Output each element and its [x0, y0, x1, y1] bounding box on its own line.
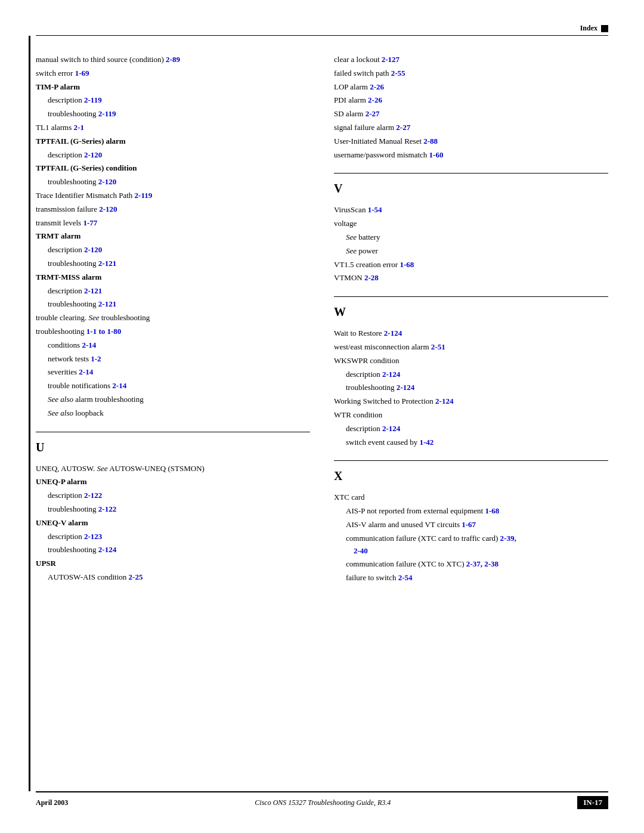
link[interactable]: 2-26	[370, 82, 384, 91]
link[interactable]: 2-121	[84, 286, 102, 295]
list-item: signal failure alarm 2-27	[334, 122, 608, 134]
list-item: description 2-124	[334, 368, 608, 381]
link[interactable]: 2-119	[98, 109, 116, 118]
link[interactable]: 2-27	[366, 109, 380, 118]
list-item: TRMT-MISS alarm	[36, 271, 310, 284]
right-column: clear a lockout 2-127 failed switch path…	[334, 54, 608, 586]
list-item: troubleshooting 2-121	[36, 298, 310, 311]
link[interactable]: 2-124	[98, 545, 116, 554]
link[interactable]: 2-120	[99, 205, 117, 213]
header-right: Index	[580, 24, 608, 33]
list-item: transmission failure 2-120	[36, 203, 310, 216]
link[interactable]: 2-26	[368, 95, 382, 104]
link[interactable]: 2-122	[98, 504, 116, 513]
list-item: VT1.5 creation error 1-68	[334, 259, 608, 271]
list-item: TL1 alarms 2-1	[36, 122, 310, 134]
main-content: manual switch to third source (condition…	[36, 54, 608, 586]
list-item: UNEQ-V alarm	[36, 517, 310, 529]
left-column: manual switch to third source (condition…	[36, 54, 310, 586]
link[interactable]: 1-77	[83, 218, 97, 227]
list-item: UNEQ, AUTOSW. See AUTOSW-UNEQ (STSMON)	[36, 463, 310, 475]
section-divider-w	[334, 296, 608, 297]
link[interactable]: 1-2	[91, 354, 101, 363]
link[interactable]: 2-123	[84, 532, 102, 541]
link[interactable]: 2-54	[398, 573, 413, 582]
list-item: See power	[334, 245, 608, 258]
link[interactable]: 2-124	[397, 383, 414, 392]
list-item: PDI alarm 2-26	[334, 94, 608, 107]
link[interactable]: 2-14	[79, 367, 93, 376]
link[interactable]: 1-67	[462, 520, 476, 529]
link[interactable]: 2-40	[354, 546, 368, 555]
link[interactable]: 1-68	[485, 506, 499, 515]
list-item: trouble notifications 2-14	[36, 380, 310, 392]
list-item: description 2-121	[36, 285, 310, 298]
list-item: trouble clearing. See troubleshooting	[36, 312, 310, 324]
left-margin-bar	[29, 36, 30, 791]
link[interactable]: 1-68	[400, 260, 414, 269]
link[interactable]: 2-37, 2-38	[466, 559, 499, 568]
list-item: troubleshooting 2-121	[36, 258, 310, 270]
link[interactable]: 2-120	[84, 245, 102, 254]
list-item: LOP alarm 2-26	[334, 81, 608, 94]
list-item: description 2-123	[36, 531, 310, 543]
section-x-letter: X	[334, 469, 608, 483]
link[interactable]: 2-119	[84, 95, 102, 104]
list-item: troubleshooting 2-120	[36, 176, 310, 188]
link[interactable]: 1-54	[368, 205, 382, 214]
link[interactable]: 2-39,	[500, 534, 516, 543]
link[interactable]: 1-42	[419, 438, 434, 447]
link[interactable]: 2-120	[98, 177, 116, 186]
list-item: clear a lockout 2-127	[334, 54, 608, 66]
page-number: IN-17	[577, 796, 608, 809]
link[interactable]: 2-88	[423, 137, 438, 145]
list-item: SD alarm 2-27	[334, 108, 608, 120]
list-item: VTMON 2-28	[334, 272, 608, 284]
section-divider	[36, 432, 310, 432]
link[interactable]: 2-120	[84, 150, 102, 159]
footer-title: Cisco ONS 15327 Troubleshooting Guide, R…	[255, 798, 391, 807]
list-item: WKSWPR condition	[334, 355, 608, 367]
list-item: See battery	[334, 231, 608, 244]
link[interactable]: 2-121	[98, 299, 116, 308]
link[interactable]: 1-60	[429, 150, 444, 159]
list-item: description 2-120	[36, 149, 310, 162]
list-item: communication failure (XTC card to traff…	[334, 532, 608, 558]
link[interactable]: 2-1	[74, 123, 84, 132]
list-item: communication failure (XTC to XTC) 2-37,…	[334, 558, 608, 571]
link[interactable]: 2-51	[431, 342, 445, 351]
list-item: UNEQ-P alarm	[36, 476, 310, 488]
link[interactable]: 2-122	[84, 491, 102, 500]
section-divider-v	[334, 173, 608, 174]
link[interactable]: 2-55	[391, 69, 405, 78]
link[interactable]: 2-14	[112, 381, 126, 390]
link[interactable]: 2-124	[382, 370, 400, 379]
link[interactable]: 1-1 to 1-80	[86, 327, 122, 336]
section-u-letter: U	[36, 441, 310, 454]
list-item: Wait to Restore 2-124	[334, 327, 608, 340]
list-item: AUTOSW-AIS condition 2-25	[36, 571, 310, 584]
list-item: severities 2-14	[36, 366, 310, 379]
link[interactable]: 2-14	[82, 340, 96, 349]
list-item: conditions 2-14	[36, 339, 310, 352]
link[interactable]: 2-89	[166, 55, 180, 64]
link[interactable]: 2-28	[364, 273, 379, 282]
list-item: transmit levels 1-77	[36, 217, 310, 230]
link[interactable]: 2-27	[396, 123, 410, 132]
list-item: TIM-P alarm	[36, 81, 310, 94]
list-item: TPTFAIL (G-Series) alarm	[36, 135, 310, 148]
list-item: description 2-120	[36, 244, 310, 256]
list-item: TPTFAIL (G-Series) condition	[36, 162, 310, 175]
list-item: description 2-119	[36, 94, 310, 107]
link[interactable]: 2-25	[129, 572, 143, 581]
list-item: troubleshooting 2-119	[36, 108, 310, 120]
index-label: Index	[580, 24, 597, 33]
link[interactable]: 1-69	[75, 69, 89, 78]
link[interactable]: 2-119	[135, 191, 153, 200]
link[interactable]: 2-127	[382, 55, 400, 64]
link[interactable]: 2-124	[382, 424, 400, 433]
link[interactable]: 2-121	[98, 259, 116, 268]
link[interactable]: 2-124	[384, 329, 402, 337]
link[interactable]: 2-124	[435, 397, 453, 405]
footer: April 2003 Cisco ONS 15327 Troubleshooti…	[36, 791, 608, 809]
